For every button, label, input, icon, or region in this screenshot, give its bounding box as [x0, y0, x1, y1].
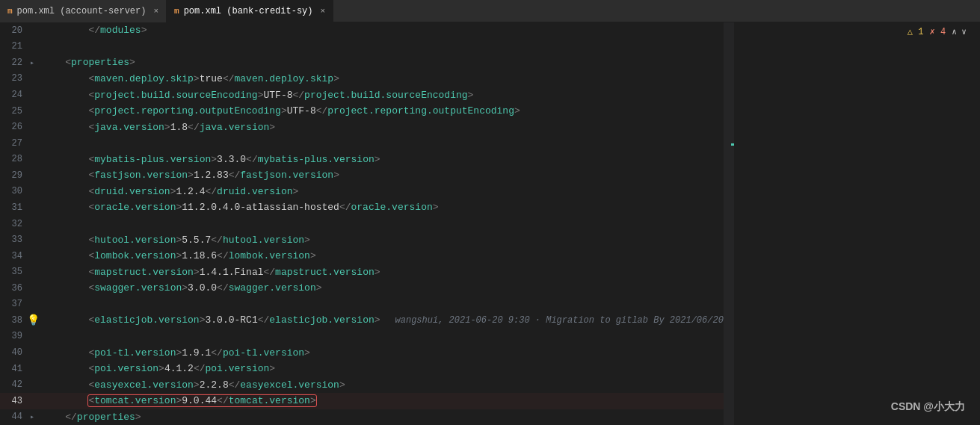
line-number: 42: [0, 379, 27, 390]
line-number: 37: [0, 299, 27, 309]
table-row: 28 <mybatis-plus.version>3.3.0</mybatis-…: [0, 152, 724, 168]
code-lines: 20 </modules>21 22▸ <properties>23 <mave…: [0, 22, 724, 425]
code-line-content: [37, 41, 724, 52]
line-number: 33: [0, 235, 27, 245]
line-number: 41: [0, 364, 27, 374]
line-number: 40: [0, 347, 27, 358]
table-row: 30 <druid.version>1.2.4</druid.version>: [0, 184, 724, 200]
tab-icon-account: m: [7, 7, 13, 16]
line-number: 28: [0, 154, 27, 164]
fold-icon[interactable]: ▸: [27, 412, 37, 421]
table-row: 38💡 <elasticjob.version>3.0.0-RC1</elast…: [0, 312, 724, 329]
line-number: 23: [0, 73, 27, 84]
tab-account-server[interactable]: m pom.xml (account-server) ×: [0, 0, 167, 22]
table-row: 34 <lombok.version>1.18.6</lombok.versio…: [0, 248, 724, 264]
line-number: 24: [0, 90, 27, 100]
table-row: 44▸ </properties>: [0, 409, 724, 426]
table-row: 24 <project.build.sourceEncoding>UTF-8</…: [0, 87, 724, 103]
line-number: 20: [0, 25, 27, 36]
code-line-content: <easyexcel.version>2.2.8</easyexcel.vers…: [37, 379, 724, 391]
fold-icon[interactable]: ▸: [27, 58, 37, 67]
code-line-content: <maven.deploy.skip>true</maven.deploy.sk…: [37, 73, 724, 84]
code-line-content: <java.version>1.8</java.version>: [37, 122, 724, 133]
code-line-content: [37, 299, 724, 310]
tab-bank-credit[interactable]: m pom.xml (bank-credit-sy) ×: [167, 0, 333, 22]
table-row: 37: [0, 297, 724, 313]
code-line-content: <fastjson.version>1.2.83</fastjson.versi…: [37, 170, 724, 181]
code-line-content: <poi.version>4.1.2</poi.version>: [37, 363, 724, 374]
line-number: 22: [0, 58, 27, 68]
table-row: 35 <mapstruct.version>1.4.1.Final</mapst…: [0, 264, 724, 280]
scroll-mark: [731, 143, 734, 146]
code-line-content: <hutool.version>5.5.7</hutool.version>: [37, 235, 724, 246]
line-number: 26: [0, 122, 27, 132]
line-number: 35: [0, 267, 27, 277]
code-line-content: <mybatis-plus.version>3.3.0</mybatis-plu…: [37, 154, 724, 165]
top-indicators: △ 1 ✗ 4 ∧ ∨: [907, 26, 967, 37]
watermark: CSDN @小大力: [891, 400, 965, 414]
code-line-content: <poi-tl.version>1.9.1</poi-tl.version>: [37, 347, 724, 359]
code-line-content: <project.reporting.outputEncoding>UTF-8<…: [37, 105, 724, 117]
line-number: 21: [0, 41, 27, 52]
table-row: 21: [0, 39, 724, 55]
code-line-content: <properties>: [37, 57, 724, 68]
line-number: 36: [0, 283, 27, 294]
table-row: 31 <oracle.version>11.2.0.4.0-atlassian-…: [0, 199, 724, 216]
line-number: 39: [0, 331, 27, 341]
table-row: 20 </modules>: [0, 22, 724, 39]
table-row: 33 <hutool.version>5.5.7</hutool.version…: [0, 232, 724, 248]
code-line-content: [37, 137, 724, 149]
table-row: 26 <java.version>1.8</java.version>: [0, 119, 724, 135]
table-row: 41 <poi.version>4.1.2</poi.version>: [0, 361, 724, 377]
table-row: 22▸ <properties>: [0, 55, 724, 71]
chevrons[interactable]: ∧ ∨: [952, 27, 967, 37]
tab-bar: m pom.xml (account-server) × m pom.xml (…: [0, 0, 980, 22]
line-number: 27: [0, 138, 27, 149]
table-row: 36 <swagger.version>3.0.0</swagger.versi…: [0, 280, 724, 297]
code-line-content: <druid.version>1.2.4</druid.version>: [37, 186, 724, 197]
line-number: 30: [0, 186, 27, 196]
table-row: 25 <project.reporting.outputEncoding>UTF…: [0, 103, 724, 120]
tab-label-account: pom.xml (account-server): [17, 6, 147, 16]
line-number: 44: [0, 412, 27, 422]
fold-icon: 💡: [27, 314, 37, 326]
error-count[interactable]: ✗ 4: [930, 26, 946, 37]
warning-count[interactable]: △ 1: [907, 26, 924, 37]
code-line-content: [37, 218, 724, 229]
close-tab-bank[interactable]: ×: [320, 7, 325, 16]
code-line-content: <elasticjob.version>3.0.0-RC1</elasticjo…: [37, 314, 724, 326]
table-row: 42 <easyexcel.version>2.2.8</easyexcel.v…: [0, 376, 724, 393]
code-line-content: </properties>: [37, 412, 724, 423]
code-line-content: [37, 331, 724, 342]
code-line-content: <oracle.version>11.2.0.4.0-atlassian-hos…: [37, 202, 724, 213]
tab-label-bank: pom.xml (bank-credit-sy): [184, 6, 313, 16]
table-row: 40 <poi-tl.version>1.9.1</poi-tl.version…: [0, 344, 724, 361]
line-number: 32: [0, 219, 27, 229]
editor-area: △ 1 ✗ 4 ∧ ∨ 20 </modules>21 22▸ <propert…: [0, 22, 980, 425]
table-row: 27: [0, 135, 724, 152]
line-number: 38: [0, 315, 27, 326]
tab-icon-bank: m: [174, 7, 179, 16]
line-number: 43: [0, 396, 27, 406]
code-line-content: <tomcat.version>9.0.44</tomcat.version>: [37, 395, 724, 406]
code-line-content: <mapstruct.version>1.4.1.Final</mapstruc…: [37, 267, 724, 278]
table-row: 43 <tomcat.version>9.0.44</tomcat.versio…: [0, 393, 724, 409]
line-number: 29: [0, 170, 27, 181]
code-line-content: <project.build.sourceEncoding>UTF-8</pro…: [37, 90, 724, 101]
table-row: 23 <maven.deploy.skip>true</maven.deploy…: [0, 71, 724, 87]
line-number: 34: [0, 251, 27, 261]
git-annotation: wangshui, 2021-06-20 9:30 · Migration to…: [395, 315, 724, 326]
line-number: 25: [0, 106, 27, 117]
table-row: 39: [0, 329, 724, 345]
scrollbar[interactable]: [724, 22, 734, 425]
table-row: 29 <fastjson.version>1.2.83</fastjson.ve…: [0, 167, 724, 184]
code-line-content: <lombok.version>1.18.6</lombok.version>: [37, 250, 724, 261]
table-row: 32: [0, 216, 724, 232]
line-number: 31: [0, 202, 27, 213]
code-line-content: </modules>: [37, 25, 724, 36]
code-line-content: <swagger.version>3.0.0</swagger.version>: [37, 282, 724, 294]
close-tab-account[interactable]: ×: [153, 7, 158, 16]
